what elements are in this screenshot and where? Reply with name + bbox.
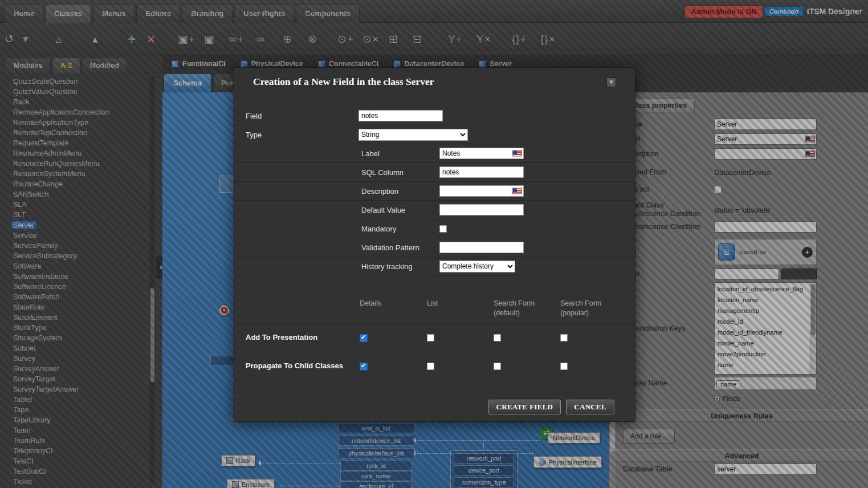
- field-input[interactable]: [358, 110, 443, 121]
- field-label: Description: [361, 187, 439, 196]
- new-field-dialog: Creation of a New Field in the class Ser…: [234, 67, 635, 422]
- add-to-presentation-details-checkbox[interactable]: [360, 334, 368, 342]
- field-row-validation-pattern: Validation Pattern: [234, 238, 635, 257]
- field-input-wrap: [439, 242, 524, 253]
- presentation-column-header: Details: [360, 299, 381, 308]
- label-input[interactable]: [439, 148, 524, 159]
- field-label: Default Value: [361, 206, 439, 214]
- field-row-description: Description: [234, 182, 635, 201]
- add-to-presentation-search-form-popular-checkbox[interactable]: [560, 334, 568, 341]
- presentation-column-header: Search Form (popular): [560, 299, 601, 318]
- field-label: Mandatory: [361, 225, 439, 233]
- description-input[interactable]: [439, 185, 524, 197]
- field-row-mandatory: Mandatory: [234, 219, 635, 238]
- presentation-row-add-to-presentation: Add To Presentation: [234, 324, 635, 352]
- field-label: Validation Pattern: [361, 243, 439, 252]
- type-select[interactable]: String: [358, 129, 468, 141]
- field-row-field: Field: [234, 107, 635, 125]
- field-label: Field: [246, 112, 358, 120]
- field-input-wrap: [439, 148, 524, 159]
- presentation-column-headers: DetailsListSearch Form (default)Search F…: [234, 298, 635, 324]
- language-flag-icon: [512, 188, 522, 194]
- validation-pattern-input[interactable]: [439, 242, 524, 253]
- language-flag-icon: [512, 151, 522, 157]
- dialog-footer: CREATE FIELDCANCEL: [234, 393, 635, 421]
- presentation-column-header: Search Form (default): [494, 299, 535, 318]
- field-row-default-value: Default Value: [234, 201, 635, 219]
- propagate-to-child-classes-search-form-popular-checkbox[interactable]: [560, 363, 568, 370]
- presentation-row-label: Add To Presentation: [246, 333, 317, 341]
- itsm-designer-app: { "colors": { "accent_blue": "#3c7cc6", …: [0, 0, 868, 488]
- field-row-label: Label: [234, 144, 635, 163]
- presentation-rows: Add To PresentationPropagate To Child Cl…: [234, 324, 635, 381]
- presentation-row-label: Propagate To Child Classes: [246, 361, 343, 370]
- field-row-history-tracking: History trackingComplete history: [234, 257, 635, 276]
- field-label: SQL Column: [361, 168, 439, 177]
- add-to-presentation-list-checkbox[interactable]: [427, 334, 434, 341]
- field-input-wrap: [439, 166, 524, 178]
- field-input-wrap: [358, 110, 443, 121]
- mandatory-checkbox[interactable]: [439, 225, 447, 233]
- dialog-header: Creation of a New Field in the class Ser…: [234, 68, 635, 96]
- field-input-wrap: [439, 204, 524, 215]
- cancel-button[interactable]: CANCEL: [566, 400, 614, 414]
- create-field-button[interactable]: CREATE FIELD: [488, 400, 561, 414]
- dialog-fields: FieldTypeStringLabelSQL ColumnDescriptio…: [234, 107, 635, 276]
- field-label: Type: [246, 131, 358, 139]
- field-label: History tracking: [361, 262, 439, 271]
- presentation-column-header: List: [427, 299, 438, 308]
- field-label: Label: [361, 149, 439, 158]
- presentation-row-propagate-to-child-classes: Propagate To Child Classes: [234, 352, 635, 381]
- propagate-to-child-classes-details-checkbox[interactable]: [360, 363, 368, 371]
- sql-column-input[interactable]: [439, 166, 524, 178]
- field-row-sql-column: SQL Column: [234, 163, 635, 182]
- default-value-input[interactable]: [439, 204, 524, 215]
- close-icon[interactable]: ×: [606, 78, 616, 87]
- add-to-presentation-search-form-default-checkbox[interactable]: [494, 334, 501, 341]
- propagate-to-child-classes-list-checkbox[interactable]: [427, 363, 434, 370]
- history-tracking-select[interactable]: Complete history: [439, 261, 515, 273]
- field-row-type: TypeString: [234, 125, 635, 144]
- dialog-title: Creation of a New Field in the class Ser…: [253, 76, 434, 88]
- field-input-wrap: [439, 185, 524, 197]
- propagate-to-child-classes-search-form-default-checkbox[interactable]: [494, 363, 501, 370]
